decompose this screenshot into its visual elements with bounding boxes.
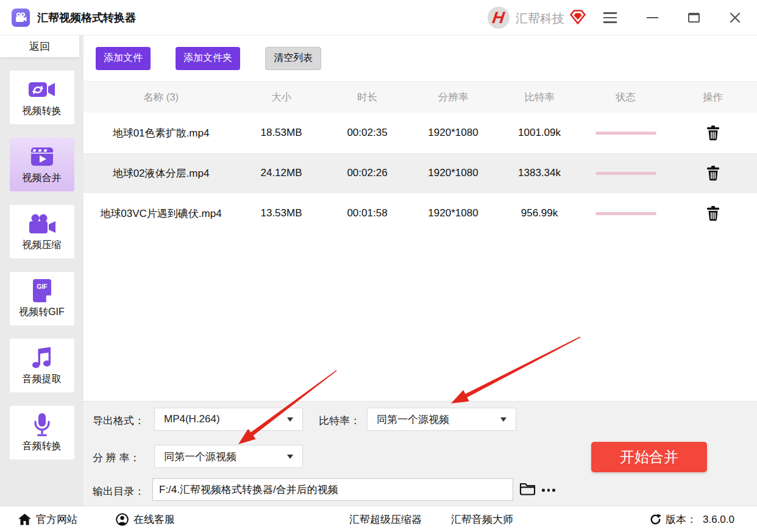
settings-panel: 导出格式： MP4(H.264) 比特率： 同第一个源视频 分 辨 率： 同第一…	[84, 401, 757, 506]
cell-name: 地球01色素扩散.mp4	[84, 126, 238, 140]
version-label: 版本：	[666, 512, 697, 527]
back-button[interactable]: 返回	[0, 35, 79, 57]
audio-extract-icon	[30, 346, 54, 370]
col-header-status: 状态	[583, 91, 669, 104]
file-toolbar: 添加文件 添加文件夹 清空列表	[84, 35, 757, 81]
brand-logo-letter: H	[491, 10, 505, 26]
status-progress-bar	[595, 212, 656, 215]
online-support-link[interactable]: 在线客服	[116, 506, 175, 532]
maximize-icon[interactable]	[683, 9, 704, 27]
col-header-resolution: 分辨率	[410, 91, 496, 104]
resolution-dropdown[interactable]: 同第一个源视频	[154, 445, 303, 468]
bitrate-label: 比特率：	[319, 414, 360, 428]
sidebar-item-audio-convert[interactable]: 音频转换	[10, 406, 74, 459]
chevron-down-icon	[500, 417, 506, 422]
main-content: 添加文件 添加文件夹 清空列表 名称 (3) 大小 时长 分辨率 比特率 状态 …	[84, 35, 757, 506]
sidebar-item-label: 视频合并	[23, 172, 62, 185]
status-progress-bar	[595, 132, 656, 135]
close-icon[interactable]	[725, 9, 745, 27]
vip-diamond-icon[interactable]	[569, 9, 586, 27]
add-file-button[interactable]: 添加文件	[96, 47, 151, 70]
sidebar: 返回 视频转换 视频合并	[0, 35, 84, 506]
folder-icon[interactable]	[519, 481, 536, 495]
video-merge-icon	[30, 144, 54, 169]
sidebar-item-label: 音频转换	[23, 440, 62, 453]
support-person-icon	[116, 513, 129, 526]
sidebar-item-label: 音频提取	[23, 373, 62, 386]
online-support-label: 在线客服	[133, 512, 175, 527]
cell-duration: 00:01:58	[324, 207, 410, 219]
official-site-label: 官方网站	[36, 512, 77, 527]
app-icon	[12, 9, 30, 27]
brand-name: 汇帮科技	[516, 10, 564, 27]
cell-size: 18.53MB	[238, 127, 324, 139]
super-compressor-link[interactable]: 汇帮超级压缩器	[349, 506, 422, 532]
more-options-icon[interactable]	[542, 489, 558, 492]
menu-icon[interactable]	[600, 9, 620, 27]
clear-list-button[interactable]: 清空列表	[265, 47, 321, 70]
col-header-size: 大小	[238, 91, 324, 104]
cell-resolution: 1920*1080	[410, 127, 496, 139]
delete-icon[interactable]	[706, 206, 720, 221]
home-icon	[18, 514, 31, 525]
resolution-label: 分 辨 率：	[93, 451, 140, 465]
titlebar-right: H 汇帮科技	[471, 0, 757, 35]
audio-convert-icon	[32, 413, 52, 437]
add-folder-button[interactable]: 添加文件夹	[176, 47, 240, 70]
cell-bitrate: 1001.09k	[496, 127, 583, 139]
chevron-down-icon	[287, 417, 293, 422]
output-dir-input[interactable]	[152, 478, 513, 501]
table-row: 地球03VC片遇到碘伏.mp4 13.53MB 00:01:58 1920*10…	[84, 193, 757, 233]
col-header-action: 操作	[669, 91, 757, 104]
title-bar: 汇帮视频格式转换器 H 汇帮科技	[0, 0, 757, 35]
cell-size: 24.12MB	[238, 167, 324, 179]
video-convert-icon	[28, 77, 56, 102]
sidebar-item-video-compress[interactable]: 视频压缩	[10, 205, 74, 258]
cell-duration: 00:02:35	[324, 127, 410, 139]
col-header-duration: 时长	[324, 91, 410, 104]
export-format-dropdown[interactable]: MP4(H.264)	[154, 408, 303, 431]
sidebar-item-audio-extract[interactable]: 音频提取	[10, 339, 74, 392]
cell-bitrate: 956.99k	[496, 207, 583, 219]
official-site-link[interactable]: 官方网站	[18, 506, 77, 532]
delete-icon[interactable]	[706, 126, 720, 141]
table-row: 地球01色素扩散.mp4 18.53MB 00:02:35 1920*1080 …	[84, 113, 757, 153]
audio-master-link[interactable]: 汇帮音频大师	[451, 506, 513, 532]
sidebar-item-label: 视频转换	[23, 105, 62, 118]
table-row: 地球02液体分层.mp4 24.12MB 00:02:26 1920*1080 …	[84, 153, 757, 193]
sidebar-item-video-to-gif[interactable]: GIF 视频转GIF	[10, 272, 74, 325]
status-progress-bar	[595, 172, 656, 175]
cell-resolution: 1920*1080	[410, 167, 496, 179]
sidebar-item-label: 视频转GIF	[19, 306, 65, 319]
bitrate-value: 同第一个源视频	[377, 413, 449, 427]
col-header-bitrate: 比特率	[496, 91, 583, 104]
chevron-down-icon	[287, 455, 293, 459]
export-format-label: 导出格式：	[93, 414, 144, 428]
sidebar-item-label: 视频压缩	[23, 239, 62, 252]
window-title: 汇帮视频格式转换器	[37, 10, 136, 25]
output-dir-label: 输出目录：	[93, 484, 144, 498]
export-format-value: MP4(H.264)	[164, 413, 220, 425]
bitrate-dropdown[interactable]: 同第一个源视频	[367, 408, 516, 431]
video-compress-icon	[28, 211, 56, 236]
cell-duration: 00:02:26	[324, 167, 410, 179]
resolution-value: 同第一个源视频	[164, 450, 236, 464]
footer-bar: 官方网站 在线客服 汇帮超级压缩器 汇帮音频大师 版本： 3.6.0.0	[0, 506, 757, 532]
delete-icon[interactable]	[706, 166, 720, 181]
sidebar-item-video-convert[interactable]: 视频转换	[10, 71, 74, 124]
brand-logo-icon: H	[488, 7, 510, 29]
start-merge-button[interactable]: 开始合并	[591, 442, 707, 472]
cell-size: 13.53MB	[238, 207, 324, 219]
cell-name: 地球03VC片遇到碘伏.mp4	[84, 207, 238, 221]
cell-bitrate: 1383.34k	[496, 167, 583, 179]
version-value: 3.6.0.0	[703, 514, 734, 526]
sidebar-item-video-merge[interactable]: 视频合并	[10, 138, 74, 191]
cell-resolution: 1920*1080	[410, 207, 496, 219]
refresh-icon	[650, 514, 661, 525]
svg-text:GIF: GIF	[37, 283, 48, 290]
table-header: 名称 (3) 大小 时长 分辨率 比特率 状态 操作	[84, 81, 757, 113]
version-info: 版本： 3.6.0.0	[650, 506, 734, 532]
minimize-icon[interactable]	[642, 9, 663, 27]
col-header-name: 名称 (3)	[84, 91, 238, 104]
video-to-gif-icon: GIF	[31, 278, 53, 303]
